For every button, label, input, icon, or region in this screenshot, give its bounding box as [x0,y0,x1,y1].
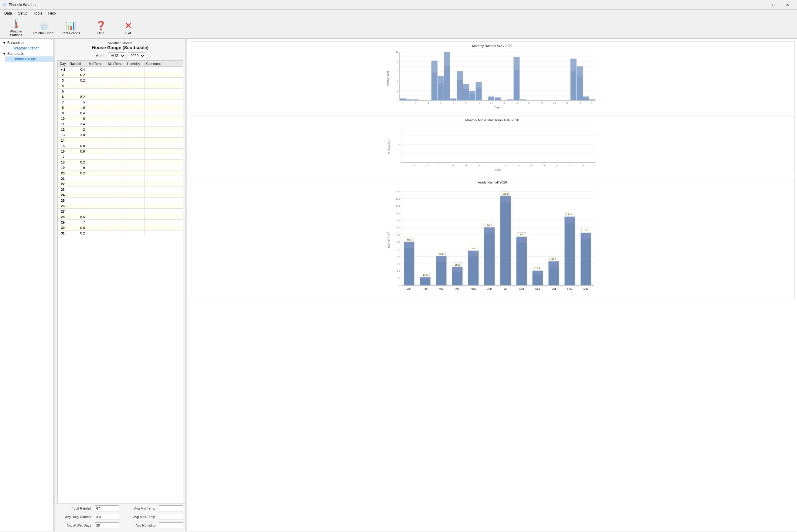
cell-mintemp[interactable] [87,209,106,214]
cell-rainfall[interactable] [68,67,87,72]
cell-comment[interactable] [144,94,183,99]
cell-comment[interactable] [144,138,183,143]
cell-mintemp[interactable] [87,138,106,143]
cell-comment[interactable] [144,143,183,149]
cell-comment[interactable] [144,170,183,176]
cell-humidity[interactable] [125,132,144,138]
cell-rainfall[interactable] [68,121,87,127]
cell-comment[interactable] [144,165,183,170]
cell-humidity[interactable] [125,159,144,165]
cell-mintemp[interactable] [87,99,106,105]
close-button[interactable]: ✕ [781,0,795,10]
cell-rainfall[interactable] [68,165,87,170]
cell-comment[interactable] [144,67,183,72]
cell-mintemp[interactable] [87,83,106,89]
cell-maxtemp[interactable] [106,99,125,105]
cell-mintemp[interactable] [87,182,106,187]
cell-maxtemp[interactable] [106,72,125,78]
cell-rainfall[interactable] [68,94,87,99]
cell-rainfall[interactable] [68,230,87,236]
year-select[interactable]: 2018201920202021 [128,53,145,59]
cell-mintemp[interactable] [87,214,106,220]
cell-comment[interactable] [144,154,183,159]
cell-mintemp[interactable] [87,203,106,209]
cell-maxtemp[interactable] [106,159,125,165]
cell-humidity[interactable] [125,105,144,110]
data-table-wrapper[interactable]: Day Rainfall MinTemp MaxTemp Humidity Co… [57,60,183,503]
maximize-button[interactable]: □ [767,0,781,10]
cell-rainfall[interactable] [68,116,87,121]
cell-comment[interactable] [144,192,183,198]
cell-rainfall[interactable] [68,198,87,203]
menu-help[interactable]: Help [45,11,59,16]
cell-comment[interactable] [144,230,183,236]
menu-setup[interactable]: Setup [15,11,30,16]
cell-mintemp[interactable] [87,198,106,203]
cell-maxtemp[interactable] [106,209,125,214]
cell-humidity[interactable] [125,209,144,214]
cell-humidity[interactable] [125,176,144,182]
cell-mintemp[interactable] [87,67,106,72]
cell-rainfall[interactable] [68,203,87,209]
wet-days-input[interactable] [95,522,119,528]
cell-rainfall[interactable] [68,99,87,105]
cell-maxtemp[interactable] [106,127,125,132]
cell-maxtemp[interactable] [106,143,125,149]
cell-rainfall[interactable] [68,83,87,89]
cell-humidity[interactable] [125,170,144,176]
cell-humidity[interactable] [125,121,144,127]
cell-humidity[interactable] [125,154,144,159]
cell-maxtemp[interactable] [106,132,125,138]
cell-maxtemp[interactable] [106,67,125,72]
cell-humidity[interactable] [125,89,144,94]
avg-min-temp-input[interactable] [159,505,183,511]
cell-mintemp[interactable] [87,165,106,170]
cell-humidity[interactable] [125,83,144,89]
cell-maxtemp[interactable] [106,192,125,198]
cell-mintemp[interactable] [87,72,106,78]
cell-humidity[interactable] [125,187,144,192]
cell-rainfall[interactable] [68,154,87,159]
cell-maxtemp[interactable] [106,138,125,143]
cell-humidity[interactable] [125,220,144,225]
cell-comment[interactable] [144,198,183,203]
cell-humidity[interactable] [125,225,144,230]
cell-mintemp[interactable] [87,220,106,225]
cell-mintemp[interactable] [87,89,106,94]
cell-mintemp[interactable] [87,159,106,165]
cell-mintemp[interactable] [87,176,106,182]
cell-comment[interactable] [144,187,183,192]
cell-mintemp[interactable] [87,116,106,121]
cell-maxtemp[interactable] [106,214,125,220]
menu-tools[interactable]: Tools [31,11,45,16]
cell-rainfall[interactable] [68,170,87,176]
cell-rainfall[interactable] [68,110,87,116]
cell-maxtemp[interactable] [106,78,125,83]
cell-humidity[interactable] [125,198,144,203]
cell-comment[interactable] [144,132,183,138]
minimize-button[interactable]: ─ [753,0,767,10]
cell-maxtemp[interactable] [106,154,125,159]
month-select[interactable]: JANFEBMARAPR MAYJUNJULAUG SEPOCTNOVDEC [108,53,125,59]
total-rainfall-input[interactable] [95,505,119,511]
cell-humidity[interactable] [125,110,144,116]
cell-rainfall[interactable] [68,127,87,132]
cell-maxtemp[interactable] [106,198,125,203]
cell-comment[interactable] [144,116,183,121]
cell-mintemp[interactable] [87,143,106,149]
cell-rainfall[interactable] [68,72,87,78]
cell-comment[interactable] [144,83,183,89]
cell-mintemp[interactable] [87,127,106,132]
cell-humidity[interactable] [125,165,144,170]
cell-comment[interactable] [144,89,183,94]
cell-comment[interactable] [144,220,183,225]
cell-comment[interactable] [144,214,183,220]
cell-maxtemp[interactable] [106,203,125,209]
cell-mintemp[interactable] [87,192,106,198]
avg-daily-input[interactable] [95,514,119,520]
cell-maxtemp[interactable] [106,187,125,192]
cell-maxtemp[interactable] [106,230,125,236]
cell-humidity[interactable] [125,149,144,154]
cell-comment[interactable] [144,203,183,209]
cell-maxtemp[interactable] [106,94,125,99]
